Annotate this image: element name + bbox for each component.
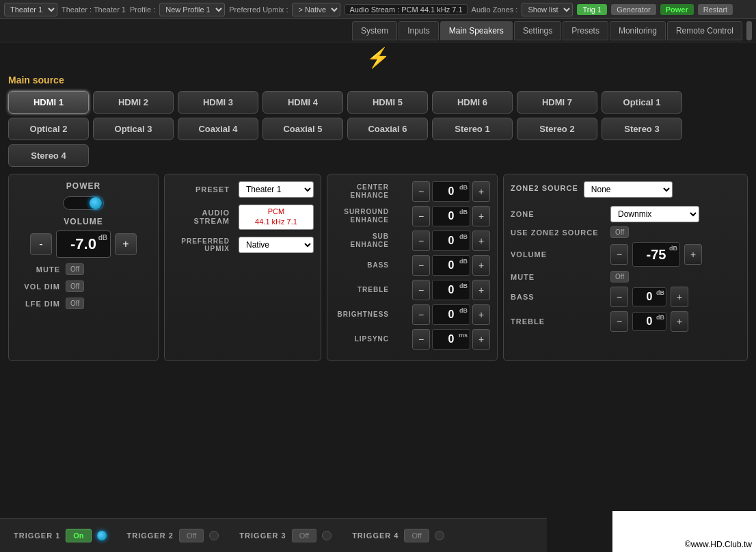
zone-bass-plus[interactable]: +	[671, 287, 688, 307]
zone-volume-plus[interactable]: +	[684, 244, 702, 265]
bass-plus[interactable]: +	[472, 255, 490, 276]
source-hdmi5[interactable]: HDMI 5	[347, 91, 428, 114]
zone-mute-label: MUTE	[511, 273, 606, 281]
zone-panel: ZONE2 SOURCE None ZONE Downmix USE ZONE2…	[503, 174, 748, 361]
treble-plus[interactable]: +	[472, 280, 490, 300]
power-toggle-track[interactable]	[16, 196, 151, 210]
zone-volume-display: -75 dB	[632, 242, 680, 267]
theater-info: Theater : Theater 1	[62, 5, 126, 14]
audio-zones-select[interactable]: Show list	[522, 3, 573, 16]
sub-enhance-control: − 0dB +	[412, 231, 490, 251]
source-stereo3[interactable]: Stereo 3	[602, 118, 682, 140]
source-coaxial6[interactable]: Coaxial 6	[347, 118, 428, 140]
bass-row: BASS − 0dB +	[334, 255, 490, 276]
bass-minus[interactable]: −	[412, 255, 430, 276]
preferred-upmix-select[interactable]: > Native	[292, 3, 340, 16]
zone-volume-minus[interactable]: −	[610, 244, 628, 265]
volume-unit: dB	[98, 234, 107, 241]
trigger2-button[interactable]: Off	[179, 529, 204, 542]
treble-minus[interactable]: −	[412, 280, 430, 300]
treble-label: TREBLE	[334, 286, 389, 294]
zone-treble-plus[interactable]: +	[671, 311, 688, 332]
trigger4-button[interactable]: Off	[404, 529, 429, 542]
surround-enhance-value: 0dB	[432, 206, 470, 226]
zone-volume-value: -75	[647, 247, 666, 263]
trigger4-dot	[435, 531, 444, 540]
zone2-source-select[interactable]: None	[584, 181, 673, 198]
tab-presets[interactable]: Presets	[563, 21, 608, 40]
preferred-upmix-label: PREFERRED UPMIX	[172, 237, 230, 252]
bass-control: − 0dB +	[412, 255, 490, 276]
source-hdmi2[interactable]: HDMI 2	[93, 91, 174, 114]
tab-remote-control[interactable]: Remote Control	[667, 21, 742, 40]
trigger2-label: TRIGGER 2	[127, 531, 174, 540]
zone-treble-value: 0 dB	[632, 312, 666, 331]
trigger4-group: TRIGGER 4 Off	[352, 529, 444, 542]
source-coaxial5[interactable]: Coaxial 5	[262, 118, 343, 140]
lipsync-control: − 0ms +	[412, 329, 490, 350]
tab-main-speakers[interactable]: Main Speakers	[440, 21, 513, 40]
trigger1-button[interactable]: On	[66, 529, 91, 542]
generator-button[interactable]: Generator	[611, 4, 656, 15]
source-stereo1[interactable]: Stereo 1	[432, 118, 513, 140]
zone-volume-row: VOLUME − -75 dB +	[511, 242, 740, 267]
brightness-plus[interactable]: +	[472, 304, 490, 325]
power-toggle[interactable]	[63, 196, 104, 210]
power-panel-title: POWER	[16, 181, 151, 191]
nav-scrollbar[interactable]	[746, 21, 752, 40]
source-hdmi1[interactable]: HDMI 1	[8, 91, 89, 114]
preferred-upmix-select[interactable]: Native	[239, 237, 314, 253]
source-optical1[interactable]: Optical 1	[602, 91, 682, 114]
zone-mute-toggle[interactable]: Off	[610, 271, 629, 282]
center-enhance-plus[interactable]: +	[472, 181, 490, 202]
tab-monitoring[interactable]: Monitoring	[610, 21, 666, 40]
source-hdmi3[interactable]: HDMI 3	[178, 91, 258, 114]
volume-minus-button[interactable]: -	[30, 233, 52, 255]
source-optical3[interactable]: Optical 3	[93, 118, 174, 140]
treble-control: − 0dB +	[412, 280, 490, 300]
surround-enhance-minus[interactable]: −	[412, 206, 430, 226]
use-zone2-source-toggle[interactable]: Off	[610, 226, 629, 238]
mute-row: MUTE Off	[16, 263, 151, 275]
use-zone2-source-row: USE ZONE2 SOURCE Off	[511, 226, 740, 238]
center-enhance-value: 0dB	[432, 181, 470, 202]
lipsync-row: LIPSYNC − 0ms +	[334, 329, 490, 350]
trigger3-group: TRIGGER 3 Off	[239, 529, 332, 542]
source-optical2[interactable]: Optical 2	[8, 118, 89, 140]
zone-bass-minus[interactable]: −	[610, 287, 628, 307]
surround-enhance-plus[interactable]: +	[472, 206, 490, 226]
zone-treble-label: TREBLE	[511, 317, 606, 326]
brightness-minus[interactable]: −	[412, 304, 430, 325]
lfe-dim-toggle[interactable]: Off	[66, 298, 84, 309]
tab-system[interactable]: System	[352, 21, 397, 40]
zone-treble-minus[interactable]: −	[610, 311, 628, 332]
source-stereo4[interactable]: Stereo 4	[8, 144, 89, 167]
trigger3-button[interactable]: Off	[292, 529, 316, 542]
preset-select[interactable]: Theater 1	[239, 181, 314, 198]
zone-select[interactable]: Downmix	[610, 206, 699, 222]
tab-settings[interactable]: Settings	[514, 21, 561, 40]
sub-enhance-minus[interactable]: −	[412, 231, 430, 251]
trig1-button[interactable]: Trig 1	[577, 4, 607, 15]
brightness-row: BRIGHTNESS − 0dB +	[334, 304, 490, 325]
source-hdmi6[interactable]: HDMI 6	[432, 91, 513, 114]
source-hdmi4[interactable]: HDMI 4	[262, 91, 343, 114]
sub-enhance-plus[interactable]: +	[472, 231, 490, 251]
power-button[interactable]: Power	[660, 4, 694, 15]
nav-tabs: System Inputs Main Speakers Settings Pre…	[0, 19, 756, 42]
sub-enhance-row: SUBENHANCE − 0dB +	[334, 231, 490, 251]
profile-select[interactable]: New Profile 1	[159, 3, 225, 16]
theater-select[interactable]: Theater 1	[4, 3, 57, 16]
mute-toggle[interactable]: Off	[66, 263, 84, 275]
lipsync-minus[interactable]: −	[412, 329, 430, 350]
audio-stream-label: AUDIO STREAM	[172, 209, 230, 225]
lipsync-plus[interactable]: +	[472, 329, 490, 350]
source-coaxial4[interactable]: Coaxial 4	[178, 118, 258, 140]
source-stereo2[interactable]: Stereo 2	[517, 118, 597, 140]
tab-inputs[interactable]: Inputs	[399, 21, 439, 40]
restart-button[interactable]: Restart	[698, 4, 733, 15]
source-hdmi7[interactable]: HDMI 7	[517, 91, 597, 114]
vol-dim-toggle[interactable]: Off	[66, 280, 84, 292]
volume-plus-button[interactable]: +	[115, 233, 137, 255]
center-enhance-minus[interactable]: −	[412, 181, 430, 202]
